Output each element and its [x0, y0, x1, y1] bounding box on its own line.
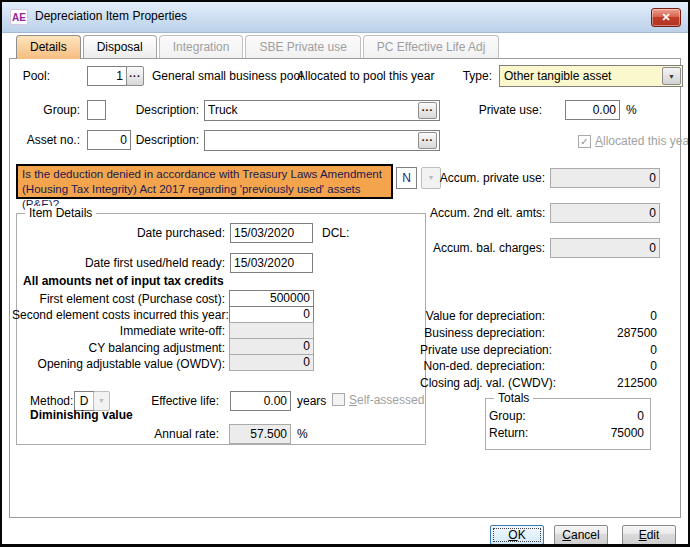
closing-adj-val-value: 212500 — [572, 376, 657, 390]
deduction-denied-question: Is the deduction denied in accordance wi… — [16, 164, 393, 199]
title-bar: AE Depreciation Item Properties ✕ — [2, 2, 688, 33]
immediate-write-off-field — [229, 322, 314, 339]
description1-label: Description: — [132, 103, 199, 117]
type-selected-value: Other tangible asset — [504, 69, 611, 83]
totals-group-title: Totals — [494, 391, 533, 405]
immediate-write-off-label: Immediate write-off: — [12, 324, 225, 338]
accum-2nd-elt-amts-field: 0 — [550, 203, 660, 223]
effective-life-unit: years — [297, 394, 326, 408]
tab-details[interactable]: Details — [16, 35, 81, 59]
business-depreciation-label: Business depreciation: — [420, 326, 545, 340]
date-purchased-input[interactable]: 15/03/2020 — [230, 223, 313, 243]
description1-browse-button[interactable]: ... — [418, 102, 437, 119]
first-element-cost-label: First element cost (Purchase cost): — [12, 292, 225, 306]
private-use-depreciation-value: 0 — [572, 343, 657, 357]
totals-group-label: Group: — [489, 409, 522, 423]
ok-button[interactable]: OK — [490, 525, 544, 545]
annual-rate-field: 57.500 — [229, 424, 291, 444]
totals-groupbox: Totals — [485, 398, 651, 450]
annual-rate-label: Annual rate: — [122, 427, 219, 441]
date-first-used-input[interactable]: 15/03/2020 — [230, 253, 313, 273]
question-line1: Is the deduction denied in accordance wi… — [22, 167, 387, 182]
non-ded-depreciation-value: 0 — [572, 359, 657, 373]
second-element-costs-label: Second element costs incurred this year: — [12, 308, 225, 322]
pool-input[interactable]: 1 — [87, 66, 127, 86]
closing-adj-val-label: Closing adj. val. (CWDV): — [420, 376, 545, 390]
description2-label: Description: — [132, 133, 199, 147]
first-element-cost-input[interactable]: 500000 — [229, 290, 314, 307]
self-assessed-checkbox — [332, 393, 345, 406]
accum-private-use-field: 0 — [550, 168, 660, 188]
net-amounts-note: All amounts net of input tax credits — [23, 274, 224, 288]
date-first-used-label: Date first used/held ready: — [56, 256, 225, 270]
totals-return-label: Return: — [489, 426, 522, 440]
effective-life-label: Effective life: — [122, 394, 219, 408]
accum-2nd-elt-amts-label: Accum. 2nd elt. amts: — [430, 206, 545, 220]
dcl-label: DCL: — [322, 226, 349, 240]
pool-label: Pool: — [8, 69, 50, 83]
description2-input[interactable] — [204, 130, 440, 151]
type-dropdown-arrow-icon[interactable]: ▼ — [662, 67, 681, 85]
method-name-text: Diminishing value — [30, 408, 133, 422]
asset-no-input[interactable]: 0 — [87, 130, 131, 150]
annual-rate-unit: % — [297, 427, 308, 441]
second-element-costs-input[interactable]: 0 — [229, 306, 314, 323]
description2-browse-button[interactable]: ... — [418, 132, 437, 149]
self-assessed-checkbox-label: Self-assessed — [349, 393, 424, 407]
business-depreciation-value: 287500 — [572, 326, 657, 340]
date-purchased-label: Date purchased: — [62, 226, 225, 240]
private-use-depreciation-label: Private use depreciation: — [420, 343, 545, 357]
private-use-unit: % — [626, 103, 637, 117]
pool-allocated-text: Allocated to pool this year — [297, 69, 434, 83]
type-label: Type: — [456, 69, 492, 83]
asset-no-label: Asset no.: — [22, 133, 80, 147]
accum-bal-charges-label: Accum. bal. charges: — [430, 241, 545, 255]
description1-input[interactable]: Truck — [204, 100, 440, 121]
depreciation-item-properties-dialog: AE Depreciation Item Properties ✕ Detail… — [0, 0, 690, 547]
private-use-input[interactable]: 0.00 — [565, 100, 620, 120]
value-for-depreciation-label: Value for depreciation: — [420, 309, 545, 323]
tab-pc-effective-life-adj: PC Effective Life Adj — [363, 35, 500, 58]
cy-balancing-adjustment-field: 0 — [229, 338, 314, 355]
opening-adjustable-value-label: Opening adjustable value (OWDV): — [12, 357, 225, 371]
close-icon[interactable]: ✕ — [651, 8, 681, 27]
tab-strip: Details Disposal Integration SBE Private… — [16, 35, 501, 59]
type-select[interactable]: Other tangible asset ▼ — [499, 65, 683, 87]
allocated-this-year-checkbox: ✓ — [578, 135, 591, 148]
allocated-this-year-checkbox-label: Allocated this year — [595, 134, 690, 148]
tab-integration: Integration — [159, 35, 244, 58]
non-ded-depreciation-label: Non-ded. depreciation: — [420, 359, 545, 373]
accum-private-use-label: Accum. private use: — [430, 171, 545, 185]
method-label: Method: — [30, 394, 73, 408]
value-for-depreciation-value: 0 — [572, 309, 657, 323]
accum-bal-charges-field: 0 — [550, 238, 660, 258]
item-details-group-title: Item Details — [25, 206, 96, 220]
edit-button[interactable]: Edit — [622, 525, 676, 545]
effective-life-input[interactable]: 0.00 — [230, 391, 291, 411]
app-icon: AE — [10, 9, 28, 25]
pool-browse-button[interactable]: ... — [126, 66, 144, 86]
private-use-label: Private use: — [450, 103, 542, 117]
cancel-button[interactable]: Cancel — [554, 525, 608, 545]
totals-return-value: 75000 — [558, 426, 644, 440]
deduction-denied-answer-input[interactable]: N — [396, 167, 417, 189]
opening-adjustable-value-field: 0 — [229, 354, 314, 371]
cy-balancing-adjustment-label: CY balancing adjustment: — [12, 341, 225, 355]
totals-group-value: 0 — [558, 409, 644, 423]
group-input[interactable] — [87, 100, 106, 120]
dialog-title: Depreciation Item Properties — [35, 2, 187, 31]
tab-disposal[interactable]: Disposal — [83, 35, 157, 58]
tab-sbe-private-use: SBE Private use — [245, 35, 360, 58]
group-label: Group: — [30, 103, 80, 117]
pool-name-text: General small business pool — [152, 69, 303, 83]
